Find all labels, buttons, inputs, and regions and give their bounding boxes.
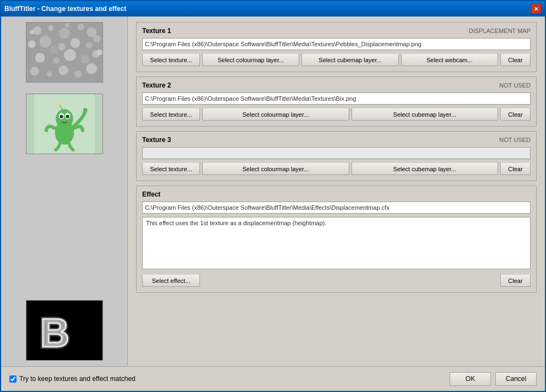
texture3-header: Texture 3 NOT USED	[142, 136, 531, 144]
svg-point-31	[60, 115, 63, 118]
main-window: BluffTitler - Change textures and effect…	[0, 0, 546, 392]
svg-point-34	[58, 103, 61, 106]
texture3-select-cubemap-button[interactable]: Select cubemap layer...	[352, 162, 499, 175]
svg-point-35	[83, 108, 87, 112]
effect-description[interactable]: This effect uses the 1st texture as a di…	[142, 217, 531, 269]
svg-point-25	[64, 23, 69, 28]
svg-point-3	[59, 28, 70, 39]
svg-point-17	[30, 67, 39, 76]
effect-select-effect-button[interactable]: Select effect...	[142, 274, 200, 287]
cancel-button[interactable]: Cancel	[495, 372, 537, 386]
texture1-select-colourmap-button[interactable]: Select colourmap layer...	[202, 53, 299, 66]
svg-text:B: B	[40, 310, 69, 356]
texture3-select-colourmap-button[interactable]: Select colourmap layer...	[202, 162, 349, 175]
texture1-header: Texture 1 DISPLACEMENT MAP	[142, 27, 531, 35]
svg-point-12	[35, 53, 45, 63]
texture2-title: Texture 2	[142, 81, 171, 89]
svg-point-8	[58, 43, 66, 51]
texture2-badge: NOT USED	[499, 82, 531, 89]
texture1-badge: DISPLACEMENT MAP	[469, 28, 531, 34]
footer-buttons: OK Cancel	[450, 372, 537, 386]
effect-image: B B B	[26, 300, 102, 361]
texture2-section: Texture 2 NOT USED Select texture... Sel…	[136, 77, 537, 127]
window-title: BluffTitler - Change textures and effect	[4, 5, 126, 13]
texture2-select-texture-button[interactable]: Select texture...	[142, 108, 200, 121]
checkbox-text: Try to keep textures and effect matched	[19, 375, 136, 383]
svg-point-19	[58, 66, 68, 75]
texture3-section: Texture 3 NOT USED Select texture... Sel…	[136, 131, 537, 181]
texture3-title: Texture 3	[142, 136, 171, 144]
texture1-clear-button[interactable]: Clear	[500, 53, 531, 66]
ok-button[interactable]: OK	[450, 372, 491, 386]
texture1-preview	[26, 22, 103, 83]
svg-point-7	[39, 35, 51, 47]
svg-point-23	[29, 30, 34, 35]
texture2-button-row: Select texture... Select colourmap layer…	[142, 108, 531, 121]
svg-point-21	[86, 63, 97, 74]
texture3-select-texture-button[interactable]: Select texture...	[142, 162, 200, 175]
svg-point-4	[77, 24, 84, 30]
checkbox-label[interactable]: Try to keep textures and effect matched	[9, 375, 136, 383]
texture1-section: Texture 1 DISPLACEMENT MAP Select textur…	[136, 22, 537, 72]
svg-point-9	[70, 38, 80, 48]
sidebar: B B B	[1, 17, 128, 366]
effect-section: Effect This effect uses the 1st texture …	[136, 186, 537, 293]
texture2-select-colourmap-button[interactable]: Select colourmap layer...	[202, 108, 349, 121]
svg-point-18	[46, 72, 52, 77]
svg-point-20	[74, 70, 82, 78]
texture1-select-webcam-button[interactable]: Select webcam...	[401, 53, 498, 66]
svg-point-1	[33, 26, 41, 35]
texture3-badge: NOT USED	[499, 137, 531, 143]
effect-path-input[interactable]	[142, 202, 531, 214]
texture1-select-cubemap-button[interactable]: Select cubemap layer...	[301, 53, 398, 66]
svg-point-14	[64, 49, 76, 61]
texture1-select-texture-button[interactable]: Select texture...	[142, 53, 200, 66]
svg-point-2	[48, 25, 53, 31]
close-button[interactable]: ✕	[531, 4, 542, 14]
svg-point-22	[49, 45, 58, 54]
texture1-button-row: Select texture... Select colourmap layer…	[142, 53, 531, 66]
svg-point-32	[66, 115, 69, 118]
effect-title: Effect	[142, 190, 160, 198]
texture3-button-row: Select texture... Select colourmap layer…	[142, 162, 531, 175]
svg-point-15	[80, 55, 89, 64]
texture3-path-input[interactable]	[142, 147, 531, 159]
effect-button-row: Select effect... Clear	[142, 274, 531, 287]
effect-header: Effect	[142, 190, 531, 198]
svg-point-10	[85, 42, 92, 48]
titlebar: BluffTitler - Change textures and effect…	[1, 1, 545, 17]
texture2-clear-button[interactable]: Clear	[500, 108, 531, 121]
texture2-preview	[26, 94, 103, 154]
svg-point-28	[56, 109, 73, 128]
svg-point-6	[28, 40, 35, 48]
svg-point-13	[53, 57, 60, 64]
main-panel: Texture 1 DISPLACEMENT MAP Select textur…	[128, 17, 545, 366]
texture2-image	[26, 94, 102, 154]
content-area: B B B Texture 1 DISPLACEMENT MAP Select …	[1, 17, 545, 366]
effect-clear-button[interactable]: Clear	[500, 274, 531, 287]
texture1-title: Texture 1	[142, 27, 171, 35]
texture2-select-cubemap-button[interactable]: Select cubemap layer...	[352, 108, 499, 121]
effect-preview: B B B	[26, 300, 103, 361]
svg-point-24	[97, 50, 102, 55]
texture3-clear-button[interactable]: Clear	[500, 162, 531, 175]
texture2-header: Texture 2 NOT USED	[142, 81, 531, 89]
keep-matched-checkbox[interactable]	[9, 375, 17, 383]
svg-point-11	[93, 35, 101, 42]
texture2-path-input[interactable]	[142, 92, 531, 105]
texture1-path-input[interactable]	[142, 38, 531, 50]
texture1-image	[26, 22, 102, 83]
footer: Try to keep textures and effect matched …	[1, 366, 545, 391]
